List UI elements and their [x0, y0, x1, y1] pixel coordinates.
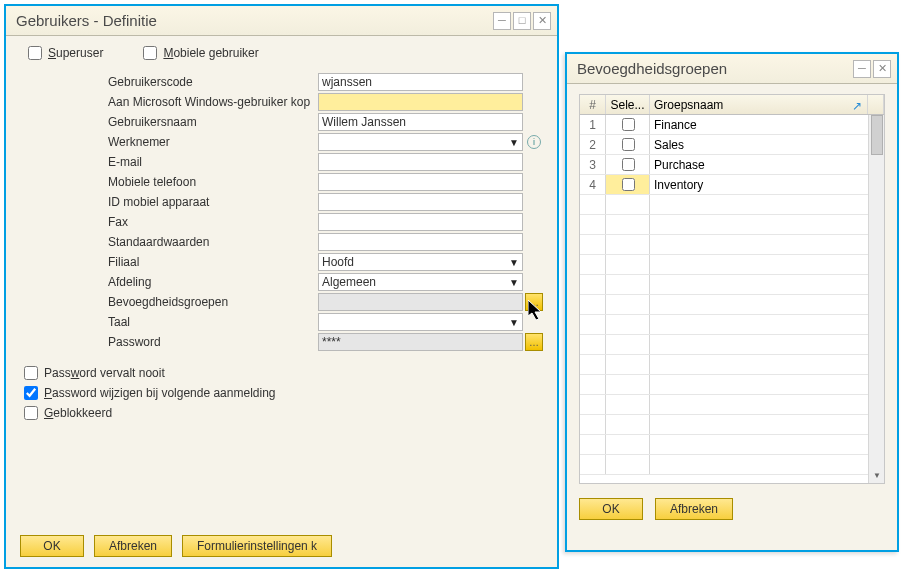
user-form: Gebruikerscode wjanssen Aan Microsoft Wi… — [108, 72, 543, 352]
branch-label: Filiaal — [108, 255, 318, 269]
defaults-field[interactable] — [318, 233, 523, 251]
superuser-checkbox[interactable] — [28, 46, 42, 60]
password-never-expires-label: Password vervalt nooit — [44, 366, 165, 380]
defaults-label: Standaardwaarden — [108, 235, 318, 249]
mobile-user-label: Mobiele gebruiker — [163, 46, 258, 60]
titlebar: Gebruikers - Definitie ─ □ ✕ — [6, 6, 557, 36]
window-controls: ─ □ ✕ — [493, 12, 551, 30]
popup-titlebar: Bevoegdheidsgroepen ─ ✕ — [567, 54, 897, 84]
col-groupname-header[interactable]: Groepsnaam — [650, 95, 868, 114]
main-buttons: OK Afbreken Formulierinstellingen k — [20, 535, 332, 557]
employee-label: Werknemer — [108, 135, 318, 149]
chevron-down-icon: ▼ — [509, 317, 519, 328]
mobile-user-checkbox-row: Mobiele gebruiker — [143, 46, 258, 60]
info-icon[interactable]: i — [527, 135, 541, 149]
auth-groups-browse-button[interactable]: … — [525, 293, 543, 311]
grid-row[interactable]: 1 Finance — [580, 115, 884, 135]
chevron-down-icon: ▼ — [509, 257, 519, 268]
grid-row[interactable]: 2 Sales — [580, 135, 884, 155]
auth-groups-label: Bevoegdheidsgroepen — [108, 295, 318, 309]
blocked-checkbox[interactable] — [24, 406, 38, 420]
fax-label: Fax — [108, 215, 318, 229]
user-definition-window: Gebruikers - Definitie ─ □ ✕ Superuser M… — [4, 4, 559, 569]
scrollbar[interactable]: ▲ ▼ — [868, 115, 884, 483]
department-dropdown[interactable]: Algemeen▼ — [318, 273, 523, 291]
popup-body: ↗ # Sele... Groepsnaam 1 Finance 2 Sales — [567, 84, 897, 530]
top-checkboxes: Superuser Mobiele gebruiker — [28, 46, 543, 60]
windows-user-label: Aan Microsoft Windows-gebruiker kop — [108, 95, 318, 109]
superuser-label: Superuser — [48, 46, 103, 60]
email-field[interactable] — [318, 153, 523, 171]
username-field[interactable]: Willem Janssen — [318, 113, 523, 131]
auth-groups-field — [318, 293, 523, 311]
email-label: E-mail — [108, 155, 318, 169]
chevron-down-icon: ▼ — [509, 137, 519, 148]
mobile-user-checkbox[interactable] — [143, 46, 157, 60]
blocked-label: Geblokkeerd — [44, 406, 112, 420]
grid-body: 1 Finance 2 Sales 3 Purchase 4 I — [580, 115, 884, 483]
user-code-label: Gebruikerscode — [108, 75, 318, 89]
superuser-checkbox-row: Superuser — [28, 46, 103, 60]
expand-link-icon[interactable]: ↗ — [852, 99, 862, 113]
col-number-header[interactable]: # — [580, 95, 606, 114]
chevron-down-icon: ▼ — [509, 277, 519, 288]
mobile-device-id-label: ID mobiel apparaat — [108, 195, 318, 209]
bottom-checkboxes: Password vervalt nooit Password wijzigen… — [24, 366, 543, 420]
minimize-button[interactable]: ─ — [493, 12, 511, 30]
password-label: Password — [108, 335, 318, 349]
maximize-button[interactable]: □ — [513, 12, 531, 30]
close-button[interactable]: ✕ — [533, 12, 551, 30]
col-select-header[interactable]: Sele... — [606, 95, 650, 114]
popup-minimize-button[interactable]: ─ — [853, 60, 871, 78]
row-select-checkbox[interactable] — [622, 118, 635, 131]
cancel-button[interactable]: Afbreken — [94, 535, 172, 557]
change-password-next-label: Password wijzigen bij volgende aanmeldin… — [44, 386, 275, 400]
popup-window-controls: ─ ✕ — [853, 60, 891, 78]
col-scroll-spacer — [868, 95, 884, 114]
row-select-checkbox[interactable] — [622, 178, 635, 191]
row-select-checkbox[interactable] — [622, 138, 635, 151]
scroll-down-icon[interactable]: ▼ — [869, 467, 885, 483]
mobile-phone-label: Mobiele telefoon — [108, 175, 318, 189]
window-title: Gebruikers - Definitie — [16, 12, 493, 29]
popup-ok-button[interactable]: OK — [579, 498, 643, 520]
username-label: Gebruikersnaam — [108, 115, 318, 129]
department-label: Afdeling — [108, 275, 318, 289]
popup-close-button[interactable]: ✕ — [873, 60, 891, 78]
grid-header: # Sele... Groepsnaam — [580, 95, 884, 115]
password-never-expires-checkbox[interactable] — [24, 366, 38, 380]
auth-groups-window: Bevoegdheidsgroepen ─ ✕ ↗ # Sele... Groe… — [565, 52, 899, 552]
user-code-field[interactable]: wjanssen — [318, 73, 523, 91]
popup-cancel-button[interactable]: Afbreken — [655, 498, 733, 520]
mobile-phone-field[interactable] — [318, 173, 523, 191]
fax-field[interactable] — [318, 213, 523, 231]
mobile-device-id-field[interactable] — [318, 193, 523, 211]
branch-dropdown[interactable]: Hoofd▼ — [318, 253, 523, 271]
row-select-checkbox[interactable] — [622, 158, 635, 171]
password-browse-button[interactable]: … — [525, 333, 543, 351]
ok-button[interactable]: OK — [20, 535, 84, 557]
auth-groups-grid: ↗ # Sele... Groepsnaam 1 Finance 2 Sales — [579, 94, 885, 484]
grid-row[interactable]: 3 Purchase — [580, 155, 884, 175]
form-settings-button[interactable]: Formulierinstellingen k — [182, 535, 332, 557]
popup-buttons: OK Afbreken — [579, 498, 885, 520]
grid-row[interactable]: 4 Inventory — [580, 175, 884, 195]
change-password-next-checkbox[interactable] — [24, 386, 38, 400]
window-body: Superuser Mobiele gebruiker Gebruikersco… — [6, 36, 557, 430]
language-dropdown[interactable]: ▼ — [318, 313, 523, 331]
employee-dropdown[interactable]: ▼ — [318, 133, 523, 151]
scroll-thumb[interactable] — [871, 115, 883, 155]
windows-user-field[interactable] — [318, 93, 523, 111]
popup-title: Bevoegdheidsgroepen — [577, 60, 853, 77]
password-field: **** — [318, 333, 523, 351]
language-label: Taal — [108, 315, 318, 329]
